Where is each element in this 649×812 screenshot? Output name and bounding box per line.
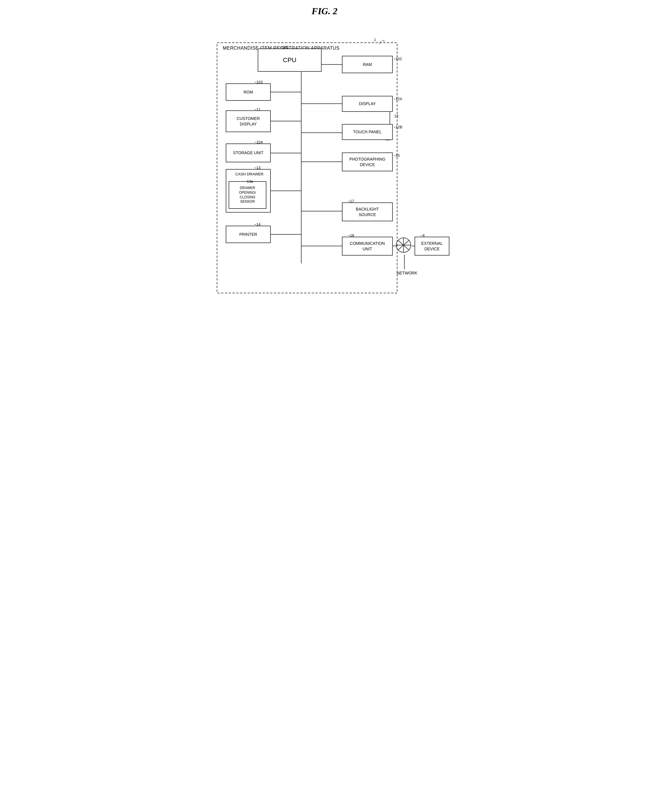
ref-customer-display: ~11 xyxy=(254,107,261,111)
ref-cpu: ~101 xyxy=(280,45,289,49)
ref-ram: ~102 xyxy=(393,56,402,61)
touch-panel-block: TOUCH PANEL xyxy=(342,124,393,140)
ref-drawer-sensor: ~13a xyxy=(244,179,253,183)
ref-cash-drawer: ~13 xyxy=(254,166,261,170)
network-label: NETWORK xyxy=(397,271,417,275)
ref-display: ~12A xyxy=(393,97,402,101)
ref-rom: ~103 xyxy=(254,80,263,84)
rom-block: ROM xyxy=(226,83,271,101)
ram-block: RAM xyxy=(342,56,393,73)
cash-drawer-block: CASH DRAWER DRAWER OPENING/ CLOSING SENS… xyxy=(226,169,271,212)
storage-unit-block: STORAGE UNIT xyxy=(226,143,271,162)
network-symbol xyxy=(396,237,412,253)
ref-backlight: ~17 xyxy=(348,199,354,203)
communication-unit-block: COMMUNICATION UNIT xyxy=(342,237,393,256)
ref-comm: ~18 xyxy=(348,233,354,238)
backlight-source-block: BACKLIGHT SOURCE xyxy=(342,202,393,221)
display-block: DISPLAY xyxy=(342,96,393,112)
customer-display-block: CUSTOMER DISPLAY xyxy=(226,110,271,132)
cpu-block: CPU xyxy=(258,49,322,72)
ref-external: ~4 xyxy=(420,233,425,238)
ref-storage: ~104 xyxy=(254,140,263,144)
ref-12: 12 xyxy=(394,114,398,118)
ref-touch-panel: ~12B xyxy=(393,125,402,129)
figure-title: FIG. 2 xyxy=(208,6,441,17)
external-device-block: EXTERNAL DEVICE xyxy=(415,237,449,256)
ref-photographing: ~15 xyxy=(393,153,400,158)
printer-block: PRINTER xyxy=(226,226,271,243)
photographing-device-block: PHOTOGRAPHING DEVICE xyxy=(342,153,393,171)
drawer-sensor-block: DRAWER OPENING/ CLOSING SENSOR xyxy=(229,181,266,209)
ref-printer: ~14 xyxy=(254,222,261,226)
cash-drawer-label: CASH DRAWER xyxy=(235,172,264,177)
svg-line-23 xyxy=(384,40,384,42)
